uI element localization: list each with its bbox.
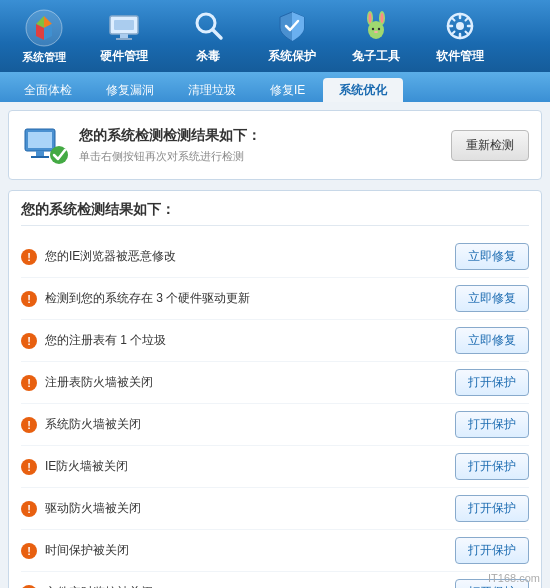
svg-rect-4: [116, 38, 132, 40]
svg-point-14: [374, 31, 378, 33]
issue-text: 系统防火墙被关闭: [45, 416, 455, 433]
issue-row: !系统防火墙被关闭打开保护: [21, 404, 529, 446]
svg-point-10: [369, 13, 372, 23]
tab-fix-errors[interactable]: 修复漏洞: [90, 78, 170, 102]
issue-row: !注册表防火墙被关闭打开保护: [21, 362, 529, 404]
issue-row: !您的注册表有 1 个垃圾立即修复: [21, 320, 529, 362]
result-header-text: 您的系统检测检测结果如下： 单击右侧按钮再次对系统进行检测: [79, 127, 451, 164]
nav-label-rabbit: 兔子工具: [352, 48, 400, 65]
warn-icon: !: [21, 585, 37, 589]
svg-rect-3: [120, 34, 128, 38]
nav-label-antivirus: 杀毒: [196, 48, 220, 65]
warn-icon: !: [21, 375, 37, 391]
issues-title: 您的系统检测结果如下：: [21, 201, 529, 226]
issue-row: !时间保护被关闭打开保护: [21, 530, 529, 572]
software-icon: [442, 8, 478, 44]
issue-text: 驱动防火墙被关闭: [45, 500, 455, 517]
issue-row: !文件实时监控被关闭打开保护: [21, 572, 529, 588]
issue-text: 时间保护被关闭: [45, 542, 455, 559]
svg-point-16: [456, 22, 464, 30]
tab-bar: 全面体检 修复漏洞 清理垃圾 修复IE 系统优化: [0, 72, 550, 102]
svg-point-11: [381, 13, 384, 23]
issue-text: 注册表防火墙被关闭: [45, 374, 455, 391]
protect-button[interactable]: 打开保护: [455, 411, 529, 438]
logo-area: 系统管理: [8, 4, 80, 68]
fix-button[interactable]: 立即修复: [455, 327, 529, 354]
warn-icon: !: [21, 459, 37, 475]
svg-line-21: [452, 17, 455, 20]
svg-point-12: [372, 27, 374, 29]
svg-line-22: [466, 31, 469, 34]
issues-card: 您的系统检测结果如下： !您的IE浏览器被恶意修改立即修复!检测到您的系统存在 …: [8, 190, 542, 588]
nav-label-software: 软件管理: [436, 48, 484, 65]
issue-text: IE防火墙被关闭: [45, 458, 455, 475]
nav-item-software[interactable]: 软件管理: [420, 4, 500, 68]
fix-button[interactable]: 立即修复: [455, 285, 529, 312]
protect-button[interactable]: 打开保护: [455, 537, 529, 564]
nav-item-rabbit[interactable]: 兔子工具: [336, 4, 416, 68]
warn-icon: !: [21, 249, 37, 265]
svg-rect-26: [28, 132, 52, 148]
tab-clean-junk[interactable]: 清理垃圾: [172, 78, 252, 102]
nav-item-antivirus[interactable]: 杀毒: [168, 4, 248, 68]
warn-icon: !: [21, 417, 37, 433]
nav-item-hardware[interactable]: 硬件管理: [84, 4, 164, 68]
warn-icon: !: [21, 543, 37, 559]
rescan-button[interactable]: 重新检测: [451, 130, 529, 161]
protect-button[interactable]: 打开保护: [455, 495, 529, 522]
system-check-icon: [21, 121, 69, 169]
hardware-icon: [106, 8, 142, 44]
tab-optimize[interactable]: 系统优化: [323, 78, 403, 102]
fix-button[interactable]: 立即修复: [455, 243, 529, 270]
tab-fix-ie[interactable]: 修复IE: [254, 78, 321, 102]
logo-text: 系统管理: [22, 50, 66, 65]
svg-point-13: [378, 27, 380, 29]
issue-text: 您的注册表有 1 个垃圾: [45, 332, 455, 349]
svg-line-23: [466, 17, 469, 20]
result-header-card: 您的系统检测检测结果如下： 单击右侧按钮再次对系统进行检测 重新检测: [8, 110, 542, 180]
result-header-subtitle: 单击右侧按钮再次对系统进行检测: [79, 149, 451, 164]
issue-row: !检测到您的系统存在 3 个硬件驱动更新立即修复: [21, 278, 529, 320]
svg-line-24: [452, 31, 455, 34]
protect-button[interactable]: 打开保护: [455, 453, 529, 480]
issue-text: 您的IE浏览器被恶意修改: [45, 248, 455, 265]
nav-label-hardware: 硬件管理: [100, 48, 148, 65]
svg-line-6: [213, 30, 221, 38]
protection-icon: [274, 8, 310, 44]
main-content: 您的系统检测检测结果如下： 单击右侧按钮再次对系统进行检测 重新检测 您的系统检…: [0, 102, 550, 588]
antivirus-icon: [190, 8, 226, 44]
issues-list: !您的IE浏览器被恶意修改立即修复!检测到您的系统存在 3 个硬件驱动更新立即修…: [21, 236, 529, 588]
warn-icon: !: [21, 501, 37, 517]
svg-rect-2: [114, 20, 134, 30]
issue-row: !驱动防火墙被关闭打开保护: [21, 488, 529, 530]
protect-button[interactable]: 打开保护: [455, 369, 529, 396]
warn-icon: !: [21, 291, 37, 307]
tab-full-check[interactable]: 全面体检: [8, 78, 88, 102]
issue-text: 检测到您的系统存在 3 个硬件驱动更新: [45, 290, 455, 307]
footer-watermark: IT168.com: [488, 572, 540, 584]
issue-text: 文件实时监控被关闭: [45, 584, 455, 588]
nav-label-protection: 系统保护: [268, 48, 316, 65]
issue-row: !IE防火墙被关闭打开保护: [21, 446, 529, 488]
svg-rect-28: [31, 156, 49, 158]
result-header-title: 您的系统检测检测结果如下：: [79, 127, 451, 145]
nav-item-protection[interactable]: 系统保护: [252, 4, 332, 68]
logo-icon: [24, 8, 64, 48]
issue-row: !您的IE浏览器被恶意修改立即修复: [21, 236, 529, 278]
header: 系统管理 硬件管理 杀毒 系统保护: [0, 0, 550, 72]
svg-point-29: [50, 146, 68, 164]
svg-rect-27: [36, 151, 44, 156]
rabbit-icon: [358, 8, 394, 44]
warn-icon: !: [21, 333, 37, 349]
